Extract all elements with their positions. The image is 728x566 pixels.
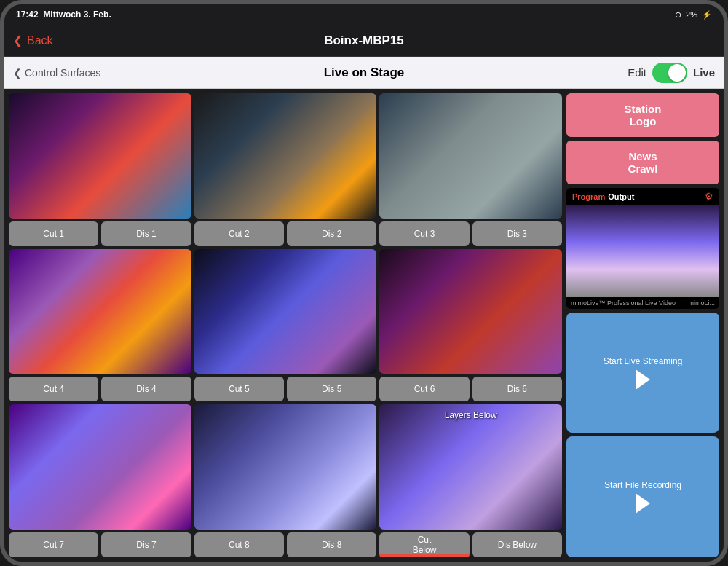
camera-6-preview[interactable]	[379, 249, 562, 374]
settings-icon[interactable]: ⚙	[705, 191, 713, 202]
content-right: StationLogo NewsCrawl Program Output ⚙ m…	[566, 93, 719, 557]
dis-below-button[interactable]: Dis Below	[472, 532, 562, 557]
dis3-button[interactable]: Dis 3	[472, 221, 562, 246]
button-row-3: Cut 7 Dis 7 Cut 8 Dis 8 CutBelow Dis Bel…	[9, 532, 562, 557]
nav-title: Boinx-MBP15	[324, 34, 404, 48]
cut2-button[interactable]: Cut 2	[194, 221, 284, 246]
device-frame: 17:42 Mittwoch 3. Feb. ⊙ 2% ⚡ ❮ Back Boi…	[0, 0, 728, 566]
start-live-streaming-button[interactable]: Start Live Streaming	[566, 313, 719, 433]
toolbar-title: Live on Stage	[324, 66, 405, 80]
toolbar-back-label: Control Surfaces	[25, 67, 100, 79]
dis2-button[interactable]: Dis 2	[287, 221, 376, 246]
camera-3-preview[interactable]	[379, 93, 562, 219]
camera-2-preview[interactable]	[194, 93, 377, 219]
image-row-2	[9, 249, 562, 374]
battery-label: 2%	[686, 10, 697, 19]
date: Mittwoch 3. Feb.	[43, 9, 111, 20]
streaming-label: Start Live Streaming	[604, 356, 683, 366]
recording-label: Start File Recording	[604, 480, 681, 490]
back-label: Back	[27, 34, 53, 47]
output-footer: mimoLive™ Professional Live Video mimoLi…	[566, 297, 719, 309]
cut6-button[interactable]: Cut 6	[379, 377, 469, 401]
program-label: Program	[572, 192, 605, 201]
live-toggle[interactable]	[652, 63, 687, 83]
streaming-play-icon	[636, 369, 650, 390]
edit-label[interactable]: Edit	[628, 66, 646, 79]
status-time-date: 17:42 Mittwoch 3. Feb.	[16, 9, 111, 20]
recording-play-icon	[636, 493, 650, 514]
button-row-2: Cut 4 Dis 4 Cut 5 Dis 5 Cut 6 Dis 6	[9, 377, 562, 401]
cut1-button[interactable]: Cut 1	[9, 221, 98, 246]
dis1-button[interactable]: Dis 1	[101, 221, 191, 246]
main-grid: Cut 1 Dis 1 Cut 2 Dis 2 Cut 3 Dis 3 Cut …	[4, 89, 724, 562]
dis8-button[interactable]: Dis 8	[287, 532, 376, 557]
footer-left: mimoLive™ Professional Live Video	[571, 299, 676, 307]
cut4-button[interactable]: Cut 4	[9, 377, 98, 401]
start-file-recording-button[interactable]: Start File Recording	[566, 436, 719, 557]
output-video	[566, 205, 719, 297]
layers-below-preview[interactable]: Layers Below	[379, 404, 562, 530]
output-header: Program Output ⚙	[566, 188, 719, 205]
dis5-button[interactable]: Dis 5	[287, 377, 376, 401]
toolbar: ❮ Control Surfaces Live on Stage Edit Li…	[4, 57, 724, 89]
cut8-button[interactable]: Cut 8	[194, 532, 284, 557]
image-row-1	[9, 93, 562, 219]
output-label: Output	[608, 192, 634, 201]
camera-5-preview[interactable]	[194, 249, 377, 374]
station-logo-button[interactable]: StationLogo	[566, 93, 719, 137]
dis7-button[interactable]: Dis 7	[101, 532, 191, 557]
cut-below-button[interactable]: CutBelow	[379, 532, 469, 557]
toolbar-actions: Edit Live	[628, 63, 715, 83]
button-row-1: Cut 1 Dis 1 Cut 2 Dis 2 Cut 3 Dis 3	[9, 221, 562, 246]
nav-back-button[interactable]: ❮ Back	[13, 34, 53, 47]
news-crawl-button[interactable]: NewsCrawl	[566, 141, 719, 184]
live-label: Live	[693, 66, 715, 79]
cut7-button[interactable]: Cut 7	[9, 532, 98, 557]
camera-4-preview[interactable]	[9, 249, 191, 374]
status-icons: ⊙ 2% ⚡	[675, 10, 712, 20]
back-chevron-icon: ❮	[13, 34, 23, 47]
status-bar: 17:42 Mittwoch 3. Feb. ⊙ 2% ⚡	[4, 4, 724, 25]
camera-1-preview[interactable]	[9, 93, 191, 219]
footer-right: mimoLi...	[688, 299, 715, 307]
battery-icon: ⚡	[702, 10, 712, 20]
cut5-button[interactable]: Cut 5	[194, 377, 284, 401]
content-left: Cut 1 Dis 1 Cut 2 Dis 2 Cut 3 Dis 3 Cut …	[9, 93, 562, 557]
dis6-button[interactable]: Dis 6	[472, 377, 562, 401]
image-row-3: Layers Below	[9, 404, 562, 530]
cut3-button[interactable]: Cut 3	[379, 221, 469, 246]
program-output-preview: Program Output ⚙ mimoLive™ Professional …	[566, 188, 719, 309]
camera-8-preview[interactable]	[194, 404, 377, 530]
wifi-icon: ⊙	[675, 10, 681, 20]
layers-below-label: Layers Below	[379, 410, 562, 420]
time: 17:42	[16, 9, 39, 20]
camera-7-preview[interactable]	[9, 404, 191, 530]
dis4-button[interactable]: Dis 4	[101, 377, 191, 401]
nav-bar: ❮ Back Boinx-MBP15	[4, 25, 724, 57]
toolbar-back-button[interactable]: ❮ Control Surfaces	[13, 67, 100, 79]
toolbar-chevron-icon: ❮	[13, 67, 22, 79]
